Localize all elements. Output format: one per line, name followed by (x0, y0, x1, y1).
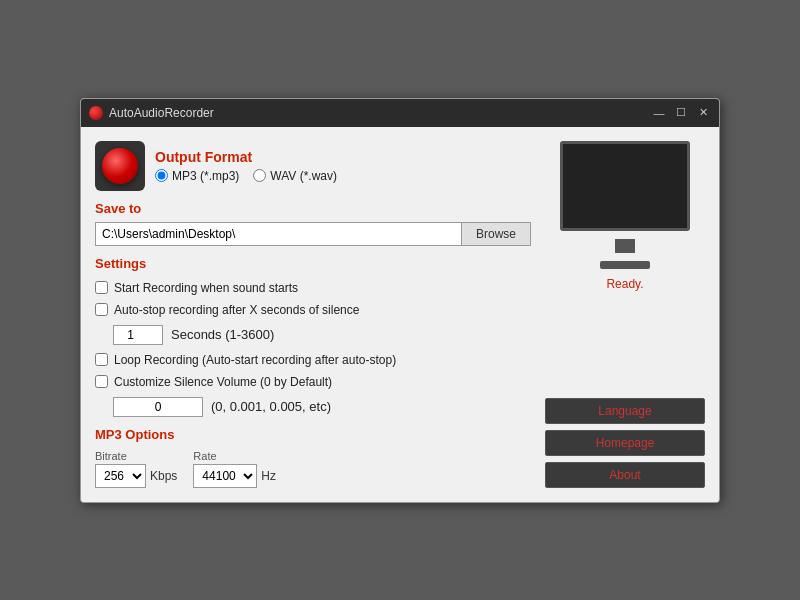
rate-select-row: 8000 11025 22050 44100 48000 Hz (193, 464, 276, 488)
main-window: AutoAudioRecorder — ☐ ✕ Output Format (80, 98, 720, 503)
mp3-radio-label[interactable]: MP3 (*.mp3) (155, 169, 239, 183)
about-button[interactable]: About (545, 462, 705, 488)
customize-silence-label: Customize Silence Volume (0 by Default) (114, 375, 332, 389)
monitor-stand-base (600, 261, 650, 269)
right-buttons: Language Homepage About (545, 398, 705, 488)
window-title: AutoAudioRecorder (109, 106, 645, 120)
output-format-heading: Output Format (155, 149, 337, 165)
save-to-section: Save to Browse (95, 201, 531, 246)
maximize-button[interactable]: ☐ (673, 105, 689, 121)
app-icon (89, 106, 103, 120)
record-icon-box (95, 141, 145, 191)
seconds-input[interactable] (113, 325, 163, 345)
output-format-section: Output Format MP3 (*.mp3) WAV (*.wav) (95, 141, 531, 191)
loop-recording-checkbox[interactable] (95, 353, 108, 366)
auto-stop-row: Auto-stop recording after X seconds of s… (95, 303, 531, 317)
rate-field: Rate 8000 11025 22050 44100 48000 Hz (193, 450, 276, 488)
silence-input[interactable] (113, 397, 203, 417)
mp3-options-heading: MP3 Options (95, 427, 531, 442)
loop-recording-row: Loop Recording (Auto-start recording aft… (95, 353, 531, 367)
silence-value-row: (0, 0.001, 0.005, etc) (113, 397, 531, 417)
wav-radio-label[interactable]: WAV (*.wav) (253, 169, 337, 183)
window-controls: — ☐ ✕ (651, 105, 711, 121)
radio-row: MP3 (*.mp3) WAV (*.wav) (155, 169, 337, 183)
seconds-hint: Seconds (1-3600) (171, 327, 274, 342)
bitrate-label: Bitrate (95, 450, 177, 462)
homepage-button[interactable]: Homepage (545, 430, 705, 456)
bitrate-unit: Kbps (150, 469, 177, 483)
mp3-radio[interactable] (155, 169, 168, 182)
start-recording-label: Start Recording when sound starts (114, 281, 298, 295)
bitrate-field: Bitrate 64 128 192 256 320 Kbps (95, 450, 177, 488)
mp3-options-section: MP3 Options Bitrate 64 128 192 256 320 (95, 427, 531, 488)
mp3-fields-row: Bitrate 64 128 192 256 320 Kbps (95, 450, 531, 488)
monitor-screen (560, 141, 690, 231)
language-button[interactable]: Language (545, 398, 705, 424)
rate-label: Rate (193, 450, 276, 462)
format-options: Output Format MP3 (*.mp3) WAV (*.wav) (155, 149, 337, 183)
left-panel: Output Format MP3 (*.mp3) WAV (*.wav) (95, 141, 531, 488)
record-circle (102, 148, 138, 184)
rate-select[interactable]: 8000 11025 22050 44100 48000 (193, 464, 257, 488)
bitrate-select-row: 64 128 192 256 320 Kbps (95, 464, 177, 488)
seconds-row: Seconds (1-3600) (113, 325, 531, 345)
settings-section: Settings Start Recording when sound star… (95, 256, 531, 417)
silence-hint: (0, 0.001, 0.005, etc) (211, 399, 331, 414)
auto-stop-label: Auto-stop recording after X seconds of s… (114, 303, 359, 317)
start-recording-checkbox[interactable] (95, 281, 108, 294)
auto-stop-checkbox[interactable] (95, 303, 108, 316)
save-to-row: Browse (95, 222, 531, 246)
close-button[interactable]: ✕ (695, 105, 711, 121)
title-bar: AutoAudioRecorder — ☐ ✕ (81, 99, 719, 127)
right-panel: Ready. Language Homepage About (545, 141, 705, 488)
output-format-row: Output Format MP3 (*.mp3) WAV (*.wav) (95, 141, 531, 191)
monitor-stand-neck (615, 239, 635, 253)
start-recording-row: Start Recording when sound starts (95, 281, 531, 295)
wav-label: WAV (*.wav) (270, 169, 337, 183)
settings-heading: Settings (95, 256, 531, 271)
bitrate-select[interactable]: 64 128 192 256 320 (95, 464, 146, 488)
minimize-button[interactable]: — (651, 105, 667, 121)
save-path-input[interactable] (95, 222, 462, 246)
browse-button[interactable]: Browse (462, 222, 531, 246)
customize-silence-checkbox[interactable] (95, 375, 108, 388)
loop-recording-label: Loop Recording (Auto-start recording aft… (114, 353, 396, 367)
save-to-heading: Save to (95, 201, 531, 216)
window-body: Output Format MP3 (*.mp3) WAV (*.wav) (81, 127, 719, 502)
wav-radio[interactable] (253, 169, 266, 182)
mp3-label: MP3 (*.mp3) (172, 169, 239, 183)
customize-silence-row: Customize Silence Volume (0 by Default) (95, 375, 531, 389)
rate-unit: Hz (261, 469, 276, 483)
ready-status: Ready. (606, 277, 643, 291)
